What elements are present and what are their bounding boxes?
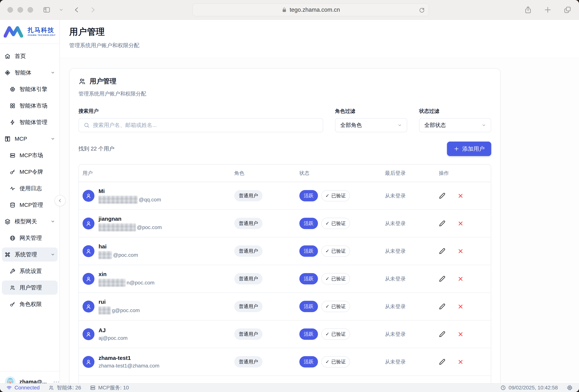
status-badge: 活跃 bbox=[299, 356, 318, 367]
sidebar-item-agent-engine[interactable]: 智能体引擎 bbox=[2, 82, 58, 96]
sidebar-toggle-icon[interactable] bbox=[43, 6, 51, 14]
email-text: @poc.com bbox=[113, 252, 138, 258]
search-label: 搜索用户 bbox=[78, 108, 323, 114]
card-subtitle: 管理系统用户账户和权限分配 bbox=[78, 90, 491, 97]
sidebar-item-agent-manage[interactable]: 智能体管理 bbox=[2, 115, 58, 129]
address-bar[interactable]: tego.zhama.com.cn bbox=[192, 3, 429, 16]
delete-user-icon[interactable] bbox=[457, 248, 464, 254]
logo-text-en: ZHAMA TECHNOLOGY bbox=[27, 34, 56, 36]
person-icon bbox=[85, 248, 92, 255]
verified-badge: ✓已验证 bbox=[321, 190, 350, 201]
edit-user-icon[interactable] bbox=[439, 331, 445, 337]
status-filter-label: 状态过滤 bbox=[419, 108, 491, 114]
add-user-label: 添加用户 bbox=[462, 145, 485, 153]
cpu-icon bbox=[567, 385, 573, 391]
window-minimize-button[interactable] bbox=[17, 7, 23, 13]
delete-user-icon[interactable] bbox=[457, 359, 464, 365]
chevron-down-icon bbox=[51, 137, 55, 141]
sidebar-item-agent-market[interactable]: 智能体市场 bbox=[2, 99, 58, 113]
last-login: 从未登录 bbox=[385, 248, 406, 255]
logo-mark-icon bbox=[4, 26, 25, 38]
user-name: Mi bbox=[99, 188, 161, 194]
users-icon bbox=[78, 78, 86, 85]
delete-user-icon[interactable] bbox=[457, 276, 464, 282]
person-icon bbox=[85, 331, 92, 337]
key-icon bbox=[10, 169, 15, 175]
browser-window: tego.zhama.com.cn 扎马科技 bbox=[0, 0, 579, 392]
globe-icon bbox=[10, 235, 15, 241]
verified-badge: ✓已验证 bbox=[321, 245, 350, 257]
status-filter-select[interactable]: 全部状态 bbox=[419, 118, 491, 132]
timestamp: 09/02/2025, 10:42:58 bbox=[508, 385, 558, 391]
verified-badge: ✓已验证 bbox=[321, 301, 350, 312]
users-icon bbox=[10, 285, 15, 290]
brand-logo[interactable]: 扎马科技 ZHAMA TECHNOLOGY bbox=[0, 20, 60, 44]
sidebar-item-mcp-manage[interactable]: MCP管理 bbox=[2, 198, 58, 212]
grid-icon bbox=[10, 103, 15, 109]
role-filter-select[interactable]: 全部角色 bbox=[335, 118, 407, 132]
delete-user-icon[interactable] bbox=[457, 331, 464, 337]
edit-user-icon[interactable] bbox=[439, 192, 445, 199]
table-row: Mi @qq.com 普通用户 活跃 ✓已验证 从未登录 bbox=[79, 182, 491, 210]
forward-icon[interactable] bbox=[89, 6, 97, 14]
clock-icon bbox=[500, 385, 506, 391]
role-badge: 普通用户 bbox=[234, 245, 263, 257]
app-region: 扎马科技 ZHAMA TECHNOLOGY 首页智能体智能体引擎智能体市场智能体… bbox=[0, 20, 579, 392]
share-icon[interactable] bbox=[524, 6, 532, 14]
edit-user-icon[interactable] bbox=[439, 248, 445, 255]
user-email: @poc.com bbox=[99, 224, 162, 231]
add-user-button[interactable]: 添加用户 bbox=[447, 142, 491, 156]
sidebar-item-user-manage[interactable]: 用户管理 bbox=[2, 280, 58, 295]
home-icon bbox=[4, 53, 11, 59]
sidebar-item-gateway-manage[interactable]: 网关管理 bbox=[2, 231, 58, 245]
edit-user-icon[interactable] bbox=[439, 276, 445, 282]
sidebar-item-home[interactable]: 首页 bbox=[2, 49, 58, 63]
edit-user-icon[interactable] bbox=[439, 359, 445, 365]
sidebar-item-label: 智能体管理 bbox=[19, 118, 47, 126]
sidebar-item-role-perms[interactable]: 角色权限 bbox=[2, 297, 58, 311]
page-title: 用户管理 bbox=[69, 26, 579, 38]
activity-icon bbox=[10, 186, 15, 191]
delete-user-icon[interactable] bbox=[457, 303, 464, 310]
edit-user-icon[interactable] bbox=[439, 220, 445, 227]
reload-icon[interactable] bbox=[419, 7, 425, 13]
toolbar-chevron-down-icon[interactable] bbox=[59, 7, 64, 12]
sidebar-item-system-settings[interactable]: 系统设置 bbox=[2, 264, 58, 278]
sidebar-item-label: MCP bbox=[15, 136, 27, 142]
delete-user-icon[interactable] bbox=[457, 220, 464, 227]
sidebar-item-mcp[interactable]: MCP bbox=[2, 132, 58, 146]
redacted-email-block bbox=[99, 196, 138, 204]
redacted-email-block bbox=[99, 307, 111, 314]
delete-user-icon[interactable] bbox=[457, 193, 464, 199]
status-filter-value: 全部状态 bbox=[424, 121, 446, 129]
sidebar-item-usage-log[interactable]: 使用日志 bbox=[2, 181, 58, 195]
user-email: @qq.com bbox=[99, 196, 161, 204]
status-badge: 活跃 bbox=[299, 245, 318, 257]
server-icon bbox=[90, 385, 96, 391]
check-icon: ✓ bbox=[325, 359, 329, 365]
sidebar-item-label: 网关管理 bbox=[19, 234, 42, 242]
tab-overview-icon[interactable] bbox=[563, 6, 572, 14]
plus-icon bbox=[454, 146, 459, 152]
sidebar-item-model-gateway[interactable]: 模型网关 bbox=[2, 214, 58, 228]
back-icon[interactable] bbox=[73, 6, 81, 14]
sidebar-item-label: 用户管理 bbox=[19, 284, 42, 291]
window-zoom-button[interactable] bbox=[27, 7, 33, 13]
window-close-button[interactable] bbox=[7, 7, 13, 13]
search-input[interactable]: 搜索用户名、邮箱或姓名... bbox=[78, 118, 323, 132]
traffic-lights bbox=[7, 7, 33, 13]
server-icon bbox=[10, 153, 15, 158]
user-name: zhama-test1 bbox=[99, 355, 159, 361]
result-count: 找到 22 个用户 bbox=[78, 145, 114, 153]
sidebar-item-label: 模型网关 bbox=[15, 218, 37, 225]
new-tab-icon[interactable] bbox=[544, 6, 552, 14]
sidebar-item-agents[interactable]: 智能体 bbox=[2, 65, 58, 80]
user-name: xin bbox=[99, 271, 154, 277]
table-row: rui g@poc.com 普通用户 活跃 ✓已验证 从未登录 bbox=[79, 293, 491, 321]
sidebar-item-mcp-market[interactable]: MCP市场 bbox=[2, 148, 58, 162]
wifi-icon bbox=[6, 385, 12, 391]
edit-user-icon[interactable] bbox=[439, 303, 445, 310]
sidebar-item-mcp-token[interactable]: MCP令牌 bbox=[2, 165, 58, 179]
sidebar-collapse-button[interactable] bbox=[55, 195, 66, 206]
sidebar-item-system-manage[interactable]: 系统管理 bbox=[2, 247, 58, 262]
